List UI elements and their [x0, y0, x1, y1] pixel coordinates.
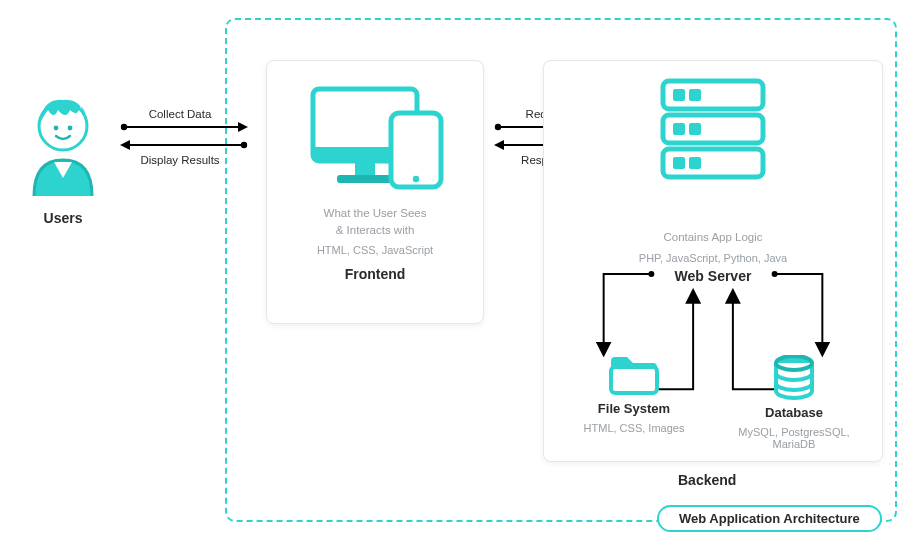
database-block: Database MySQL, PostgresSQL, MariaDB	[734, 355, 854, 450]
arrow-collect-label: Collect Data	[120, 108, 240, 120]
devices-icon	[295, 79, 455, 199]
database-title: Database	[734, 405, 854, 420]
backend-card: Contains App Logic PHP, JavaScript, Pyth…	[543, 60, 883, 462]
frontend-desc2: & Interacts with	[267, 222, 483, 239]
file-system-block: File System HTML, CSS, Images	[574, 355, 694, 434]
svg-rect-12	[337, 175, 393, 183]
database-tech: MySQL, PostgresSQL, MariaDB	[734, 426, 854, 450]
svg-rect-28	[673, 157, 685, 169]
arrow-left-icon	[120, 138, 248, 152]
backend-app-block: Contains App Logic PHP, JavaScript, Pyth…	[544, 229, 882, 264]
arrow-right-icon	[120, 120, 248, 134]
svg-point-1	[54, 126, 59, 131]
svg-point-8	[241, 142, 247, 148]
svg-marker-19	[494, 140, 504, 150]
backend-app-logic: Contains App Logic	[544, 229, 882, 246]
user-icon	[20, 88, 106, 196]
arrow-display-label: Display Results	[120, 154, 240, 166]
file-system-title: File System	[574, 401, 694, 416]
users-block: Users	[20, 88, 106, 226]
svg-rect-34	[611, 367, 657, 393]
users-label: Users	[20, 210, 106, 226]
arrows-users-frontend: Collect Data Display Results	[120, 108, 240, 166]
svg-rect-25	[689, 89, 701, 101]
svg-point-5	[121, 124, 127, 130]
diagram-title-badge: Web Application Architecture	[657, 505, 882, 532]
svg-rect-11	[355, 161, 375, 175]
frontend-title: Frontend	[267, 266, 483, 282]
svg-marker-7	[120, 140, 130, 150]
backend-webserver-label: Web Server	[544, 268, 882, 284]
svg-point-2	[68, 126, 73, 131]
svg-rect-26	[673, 123, 685, 135]
diagram-title: Web Application Architecture	[679, 511, 860, 526]
server-icon	[653, 75, 773, 185]
frontend-desc1: What the User Sees	[267, 205, 483, 222]
backend-app-tech: PHP, JavaScript, Python, Java	[544, 252, 882, 264]
folder-icon	[607, 355, 661, 397]
database-icon	[771, 355, 817, 401]
backend-label: Backend	[678, 472, 736, 488]
svg-rect-27	[689, 123, 701, 135]
frontend-card: What the User Sees & Interacts with HTML…	[266, 60, 484, 324]
svg-rect-24	[673, 89, 685, 101]
file-system-tech: HTML, CSS, Images	[574, 422, 694, 434]
frontend-tech: HTML, CSS, JavaScript	[267, 244, 483, 256]
svg-rect-29	[689, 157, 701, 169]
svg-point-17	[495, 124, 501, 130]
svg-point-14	[413, 176, 419, 182]
svg-marker-4	[238, 122, 248, 132]
